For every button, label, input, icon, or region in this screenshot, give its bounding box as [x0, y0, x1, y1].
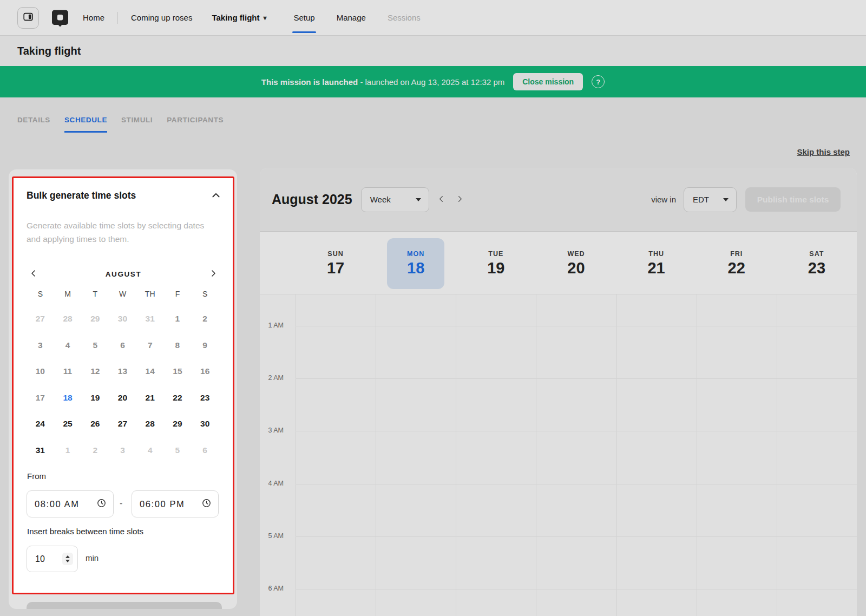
skip-this-step-link[interactable]: Skip this step	[797, 147, 850, 156]
prev-week-button[interactable]	[436, 193, 448, 207]
tab-stimuli[interactable]: STIMULI	[121, 116, 153, 133]
date-cell[interactable]: 5	[81, 332, 109, 359]
tab-details[interactable]: DETAILS	[17, 116, 50, 133]
date-cell[interactable]: 3	[27, 332, 54, 359]
date-cell[interactable]: 20	[109, 385, 136, 411]
day-number-label: 20	[567, 259, 585, 277]
sidebar-toggle-button[interactable]	[17, 7, 39, 29]
collapse-panel-button[interactable]	[209, 189, 223, 203]
date-cell[interactable]: 1	[164, 306, 192, 332]
day-column-sun[interactable]: SUN17	[296, 232, 376, 294]
date-cell[interactable]: 28	[136, 411, 164, 437]
end-time-input[interactable]: 06:00 PM	[132, 490, 219, 517]
tab-participants[interactable]: PARTICIPANTS	[167, 116, 224, 133]
date-cell[interactable]: 16	[191, 358, 219, 385]
date-cell[interactable]: 31	[136, 306, 164, 332]
date-cell[interactable]: 2	[191, 306, 219, 332]
stepper-arrows[interactable]	[62, 553, 73, 565]
date-cell[interactable]: 1	[54, 437, 82, 464]
start-time-input[interactable]: 08:00 AM	[27, 490, 114, 517]
mini-calendar-weekday-label: M	[54, 290, 82, 298]
date-cell[interactable]: 31	[27, 437, 54, 464]
calendar-month-title: August 2025	[272, 192, 352, 207]
nav-home-link[interactable]: Home	[83, 13, 104, 22]
view-mode-select[interactable]: Week	[361, 187, 429, 212]
app-logo-icon[interactable]	[50, 8, 70, 28]
chevron-right-icon	[209, 269, 218, 279]
date-cell[interactable]: 29	[164, 411, 192, 437]
generate-button-partial[interactable]	[27, 602, 222, 609]
date-cell[interactable]: 10	[27, 358, 54, 385]
next-month-button[interactable]	[206, 267, 220, 281]
help-icon[interactable]: ?	[592, 75, 605, 88]
date-cell[interactable]: 17	[27, 385, 54, 411]
prev-month-button[interactable]	[27, 267, 41, 281]
week-time-grid[interactable]: 1 AM2 AM3 AM4 AM5 AM6 AM	[260, 294, 857, 616]
publish-time-slots-button[interactable]: Publish time slots	[745, 187, 841, 212]
grid-hour-line	[296, 589, 857, 589]
day-column-fri[interactable]: FRI22	[697, 232, 777, 294]
end-time-value: 06:00 PM	[140, 499, 185, 509]
date-cell[interactable]: 12	[81, 358, 109, 385]
date-cell[interactable]: 21	[136, 385, 164, 411]
date-cell[interactable]: 9	[191, 332, 219, 359]
next-week-button[interactable]	[454, 193, 466, 207]
date-cell[interactable]: 23	[191, 385, 219, 411]
nav-mission-dropdown[interactable]: Taking flight ▾	[212, 13, 266, 22]
date-cell[interactable]: 15	[164, 358, 192, 385]
nav-project-link[interactable]: Coming up roses	[131, 13, 192, 22]
day-column-sat[interactable]: SAT23	[777, 232, 857, 294]
date-cell[interactable]: 30	[191, 411, 219, 437]
banner-detail: - launched on Aug 13, 2025 at 12:32 pm	[360, 77, 504, 87]
date-cell[interactable]: 13	[109, 358, 136, 385]
active-tab-underline	[336, 31, 367, 33]
day-number-label: 21	[647, 259, 665, 277]
date-cell[interactable]: 14	[136, 358, 164, 385]
date-cell[interactable]: 2	[81, 437, 109, 464]
day-name-label: TUE	[488, 250, 503, 258]
tab-schedule[interactable]: SCHEDULE	[64, 116, 107, 133]
date-cell[interactable]: 25	[54, 411, 82, 437]
date-cell[interactable]: 5	[164, 437, 192, 464]
date-cell[interactable]: 6	[109, 332, 136, 359]
stepper-down-icon[interactable]	[65, 560, 70, 562]
date-cell[interactable]: 27	[109, 411, 136, 437]
date-cell[interactable]: 28	[54, 306, 82, 332]
day-column-wed[interactable]: WED20	[536, 232, 616, 294]
date-cell[interactable]: 19	[81, 385, 109, 411]
mini-calendar-weekday-label: TH	[136, 290, 164, 298]
page-title-bar: Taking flight	[0, 36, 866, 66]
timezone-select[interactable]: EDT	[684, 187, 737, 212]
date-cell[interactable]: 11	[54, 358, 82, 385]
date-cell[interactable]: 4	[54, 332, 82, 359]
nav-link-setup[interactable]: Setup	[293, 0, 314, 36]
hour-label: 6 AM	[260, 585, 284, 592]
date-cell[interactable]: 7	[136, 332, 164, 359]
mini-calendar-header: AUGUST	[27, 266, 220, 282]
date-cell[interactable]: 27	[27, 306, 54, 332]
date-cell[interactable]: 30	[109, 306, 136, 332]
nav-link-sessions[interactable]: Sessions	[388, 0, 421, 36]
start-time-value: 08:00 AM	[35, 499, 80, 509]
date-cell[interactable]: 6	[191, 437, 219, 464]
day-column-tue[interactable]: TUE19	[456, 232, 536, 294]
stepper-up-icon[interactable]	[65, 555, 70, 558]
date-cell[interactable]: 4	[136, 437, 164, 464]
day-column-mon[interactable]: MON18	[376, 232, 456, 294]
active-tab-underline	[386, 31, 422, 33]
date-cell[interactable]: 29	[81, 306, 109, 332]
break-duration-stepper[interactable]: 10	[27, 546, 78, 572]
date-cell[interactable]: 26	[81, 411, 109, 437]
date-cell[interactable]: 22	[164, 385, 192, 411]
day-name-label: SAT	[809, 250, 824, 258]
date-cell[interactable]: 24	[27, 411, 54, 437]
date-cell-selected[interactable]: 18	[54, 385, 82, 411]
time-range-separator: -	[120, 499, 122, 508]
day-column-thu[interactable]: THU21	[616, 232, 697, 294]
close-mission-button[interactable]: Close mission	[513, 73, 583, 90]
date-cell[interactable]: 8	[164, 332, 192, 359]
hour-label: 5 AM	[260, 532, 284, 540]
date-cell[interactable]: 3	[109, 437, 136, 464]
nav-link-manage[interactable]: Manage	[337, 0, 366, 36]
day-name-label: WED	[567, 250, 585, 258]
